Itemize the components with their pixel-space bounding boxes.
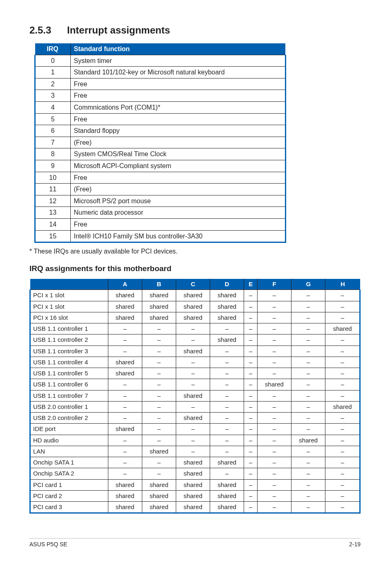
assign-value: –: [142, 379, 176, 390]
assign-value: –: [244, 379, 258, 390]
assign-value: shared: [142, 502, 176, 513]
assign-value: –: [325, 446, 360, 457]
assign-value: shared: [176, 301, 210, 312]
assign-value: shared: [210, 290, 244, 301]
section-heading: Interrupt assignments: [67, 25, 170, 36]
assign-value: –: [108, 468, 142, 479]
assign-value: shared: [210, 502, 244, 513]
assign-value: –: [176, 323, 210, 334]
assign-value: shared: [210, 334, 244, 346]
assign-value: –: [142, 457, 176, 468]
table-row: LAN–shared––––––: [30, 446, 360, 457]
assign-value: shared: [108, 368, 142, 379]
assign-value: shared: [108, 502, 142, 513]
assign-value: –: [244, 368, 258, 379]
table-row: USB 1.1 controller 6–––––shared––: [30, 379, 360, 390]
assign-value: –: [176, 357, 210, 368]
assign-value: shared: [142, 479, 176, 490]
assign-value: –: [291, 368, 325, 379]
assignments-table: ABCDEFGH PCI x 1 slotsharedsharedshareds…: [29, 279, 361, 514]
table-row: 7(Free): [35, 137, 286, 148]
assign-device: USB 1.1 controller 7: [30, 390, 108, 401]
table-row: 12Microsoft PS/2 port mouse: [35, 195, 286, 207]
table-row: 11(Free): [35, 184, 286, 195]
irq-function: Free: [70, 78, 285, 90]
assign-value: shared: [291, 435, 325, 446]
assign-device: USB 1.1 controller 2: [30, 334, 108, 346]
irq-number: 11: [35, 184, 71, 195]
assign-value: –: [244, 346, 258, 357]
assign-value: –: [291, 290, 325, 301]
assign-value: shared: [210, 312, 244, 323]
assign-value: –: [291, 357, 325, 368]
table-row: USB 2.0 controller 2––shared–––––: [30, 413, 360, 424]
assign-value: –: [142, 435, 176, 446]
irq-function: (Free): [70, 137, 285, 148]
assign-value: –: [325, 357, 360, 368]
assign-value: –: [291, 490, 325, 501]
assign-value: shared: [176, 413, 210, 424]
table-row: 4Commnications Port (COM1)*: [35, 101, 286, 113]
irq-function: Microsoft PS/2 port mouse: [70, 195, 285, 207]
assign-header-device: [30, 279, 108, 290]
table-row: USB 1.1 controller 7––shared–––––: [30, 390, 360, 401]
section-number: 2.5.3: [29, 25, 67, 36]
assign-value: –: [291, 401, 325, 412]
assign-value: –: [210, 446, 244, 457]
assign-value: –: [244, 301, 258, 312]
table-row: Onchip SATA 1––sharedshared––––: [30, 457, 360, 468]
assign-header-col: C: [176, 279, 210, 290]
assign-value: –: [257, 413, 291, 424]
assign-device: Onchip SATA 2: [30, 468, 108, 479]
assign-device: PCI x 16 slot: [30, 312, 108, 323]
assign-value: –: [291, 334, 325, 346]
assign-value: shared: [108, 424, 142, 435]
assign-value: shared: [176, 390, 210, 401]
irq-function: Numeric data processor: [70, 207, 285, 219]
irq-header-function: Standard function: [70, 43, 285, 55]
table-row: PCI card 3sharedsharedsharedshared––––: [30, 502, 360, 513]
assign-value: –: [257, 502, 291, 513]
assign-value: –: [291, 468, 325, 479]
irq-number: 0: [35, 55, 71, 67]
assign-value: –: [176, 368, 210, 379]
assign-value: –: [325, 390, 360, 401]
assign-value: –: [257, 290, 291, 301]
assign-value: –: [257, 357, 291, 368]
assign-value: –: [108, 446, 142, 457]
table-row: PCI x 1 slotsharedsharedsharedshared––––: [30, 290, 360, 301]
assign-value: –: [257, 312, 291, 323]
assign-value: –: [176, 401, 210, 412]
assign-device: USB 1.1 controller 4: [30, 357, 108, 368]
assign-value: –: [210, 368, 244, 379]
assign-header-col: H: [325, 279, 360, 290]
assign-value: –: [142, 323, 176, 334]
assign-value: –: [257, 323, 291, 334]
assign-value: –: [257, 368, 291, 379]
assign-value: –: [291, 413, 325, 424]
assign-value: –: [142, 401, 176, 412]
table-row: PCI x 16 slotsharedsharedsharedshared–––…: [30, 312, 360, 323]
irq-number: 12: [35, 195, 71, 207]
assign-value: –: [142, 346, 176, 357]
assign-value: –: [291, 502, 325, 513]
assign-value: –: [291, 312, 325, 323]
assign-value: –: [244, 290, 258, 301]
assign-value: –: [210, 401, 244, 412]
assign-value: shared: [108, 301, 142, 312]
irq-function: Intel® ICH10 Family SM bus controller-3A…: [70, 230, 285, 242]
assign-device: USB 2.0 controller 2: [30, 413, 108, 424]
assign-device: Onchip SATA 1: [30, 457, 108, 468]
assign-value: –: [325, 312, 360, 323]
assign-value: –: [291, 446, 325, 457]
assign-value: –: [257, 401, 291, 412]
assign-value: shared: [176, 312, 210, 323]
table-row: USB 1.1 controller 3––shared–––––: [30, 346, 360, 357]
table-row: 2Free: [35, 78, 286, 90]
assign-value: –: [291, 301, 325, 312]
footer-left: ASUS P5Q SE: [29, 541, 67, 548]
assign-value: shared: [176, 346, 210, 357]
assign-value: shared: [210, 301, 244, 312]
assign-value: –: [142, 368, 176, 379]
irq-number: 9: [35, 160, 71, 172]
